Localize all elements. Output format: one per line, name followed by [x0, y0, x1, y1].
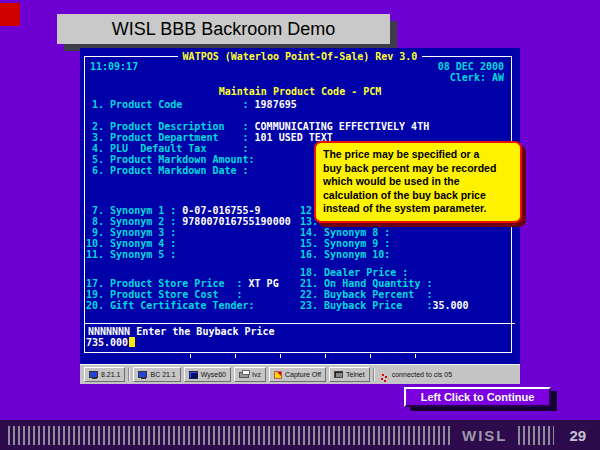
field-row: 14. Synonym 8 :: [300, 227, 396, 238]
field-row: 16. Synonym 10:: [300, 249, 396, 260]
field-label: 1. Product Code :: [86, 99, 255, 110]
field-label: 2. Product Description :: [86, 121, 255, 132]
taskbar-button-label: Capture Off: [285, 371, 321, 378]
synonyms-left-section: 7. Synonym 1 : 0-07-016755-9 8. Synonym …: [86, 205, 291, 260]
field-row: 11. Synonym 5 :: [86, 249, 291, 260]
connection-status: connected to cis 05: [382, 371, 452, 378]
status-prompt: NNNNNNN Enter the Buyback Price: [88, 326, 275, 337]
field-label: 9. Synonym 3 :: [86, 227, 182, 238]
field-row: 9. Synonym 3 :: [86, 227, 291, 238]
input-value: 735.000: [86, 337, 128, 348]
field-row: 22. Buyback Percent :: [300, 289, 469, 300]
field-label: 4. PLU Default Tax :: [86, 143, 255, 154]
monitor-icon: [89, 371, 98, 378]
taskbar-button-label: Telnet: [346, 371, 365, 378]
continue-button[interactable]: Left Click to Continue: [404, 387, 551, 407]
printer-icon: [239, 372, 249, 378]
field-row: 10. Synonym 4 :: [86, 238, 291, 249]
field-row: 1. Product Code : 1987695: [86, 99, 297, 110]
field-value: 35.000: [432, 300, 468, 311]
taskbar-button-label: BC 21.1: [150, 371, 175, 378]
field-row: 2. Product Description : COMMUNICATING E…: [86, 121, 429, 132]
field-value: 1987695: [255, 99, 297, 110]
field-label: 8. Synonym 2 :: [86, 216, 182, 227]
decoration-square: [0, 3, 20, 26]
callout-tooltip: The price may be specified or a buy back…: [314, 141, 522, 223]
field-value: 0-07-016755-9: [182, 205, 260, 216]
field-label: 20. Gift Certificate Tender:: [86, 300, 261, 311]
field-row: 19. Product Store Cost :: [86, 289, 279, 300]
buyback-price-input[interactable]: 735.000: [86, 337, 135, 348]
field-value: 978007016755190000: [182, 216, 290, 227]
monitor-icon: [138, 371, 147, 378]
taskbar-separator: [373, 368, 375, 381]
field-row: 18. Dealer Price :: [300, 267, 414, 278]
connection-icon: [382, 374, 384, 376]
field-row: 17. Product Store Price : XT PG: [86, 278, 279, 289]
taskbar-button-session1[interactable]: 8.21.1: [84, 367, 125, 382]
screen-title: Maintain Product Code - PCM: [80, 86, 520, 97]
field-label: 10. Synonym 4 :: [86, 238, 182, 249]
field-label: 21. On Hand Quantity :: [300, 278, 438, 289]
slide: WISL BBB Backroom Demo WATPOS (Waterloo …: [0, 0, 600, 450]
field-value: XT PG: [249, 278, 279, 289]
field-row: 7. Synonym 1 : 0-07-016755-9: [86, 205, 291, 216]
field-value: COMMUNICATING EFFECTIVELY 4TH: [255, 121, 430, 132]
connection-status-label: connected to cis 05: [392, 371, 452, 378]
footer-barcode-small: [518, 426, 554, 445]
pricing-left-section: 17. Product Store Price : XT PG 19. Prod…: [86, 278, 279, 311]
taskbar-button-telnet[interactable]: Telnet: [329, 367, 370, 382]
taskbar-button-capture[interactable]: Capture Off: [269, 367, 326, 382]
capture-icon: [274, 371, 282, 379]
field-label: 22. Buyback Percent :: [300, 289, 438, 300]
field-label: 16. Synonym 10:: [300, 249, 396, 260]
wyse-terminal-icon: [189, 371, 198, 379]
field-label: 7. Synonym 1 :: [86, 205, 182, 216]
taskbar-button-label: Ivz: [252, 371, 261, 378]
field-label: 14. Synonym 8 :: [300, 227, 396, 238]
taskbar-button-wyse60[interactable]: Wyse60: [184, 367, 231, 382]
footer-barcode: [8, 426, 452, 445]
text-cursor: [129, 337, 135, 347]
field-label: 6. Product Markdown Date :: [86, 165, 255, 176]
footer-brand: WISL: [462, 427, 508, 444]
field-label: 18. Dealer Price :: [300, 267, 414, 278]
field-label: 19. Product Store Cost :: [86, 289, 249, 300]
field-label: 3. Product Department :: [86, 132, 255, 143]
column-ticks: [190, 354, 450, 358]
field-label: 15. Synonym 9 :: [300, 238, 396, 249]
taskbar-separator: [128, 368, 130, 381]
status-divider: [85, 323, 515, 324]
telnet-icon: [334, 371, 343, 378]
field-row: 15. Synonym 9 :: [300, 238, 396, 249]
clock: 11:09:17: [90, 61, 138, 72]
slide-title: WISL BBB Backroom Demo: [57, 14, 390, 44]
taskbar-button-label: Wyse60: [201, 371, 226, 378]
field-label: 23. Buyback Price :: [300, 300, 432, 311]
field-row: 20. Gift Certificate Tender:: [86, 300, 279, 311]
field-label: 11. Synonym 5 :: [86, 249, 182, 260]
clerk: Clerk: AW: [450, 72, 504, 83]
field-label: 17. Product Store Price :: [86, 278, 249, 289]
date: 08 DEC 2000: [438, 61, 504, 72]
field-row: 23. Buyback Price :35.000: [300, 300, 469, 311]
pricing-right-section: 21. On Hand Quantity : 22. Buyback Perce…: [300, 278, 469, 311]
taskbar-button-label: 8.21.1: [101, 371, 120, 378]
field-row: 21. On Hand Quantity :: [300, 278, 469, 289]
field-label: 5. Product Markdown Amount:: [86, 154, 261, 165]
page-number: 29: [570, 427, 587, 444]
taskbar-button-printer[interactable]: Ivz: [234, 367, 266, 382]
field-row: 8. Synonym 2 : 978007016755190000: [86, 216, 291, 227]
slide-footer: WISL 29: [0, 420, 600, 450]
taskbar-button-session2[interactable]: BC 21.1: [133, 367, 180, 382]
windows-taskbar: 8.21.1 BC 21.1 Wyse60 Ivz Capture Off Te…: [80, 364, 520, 384]
